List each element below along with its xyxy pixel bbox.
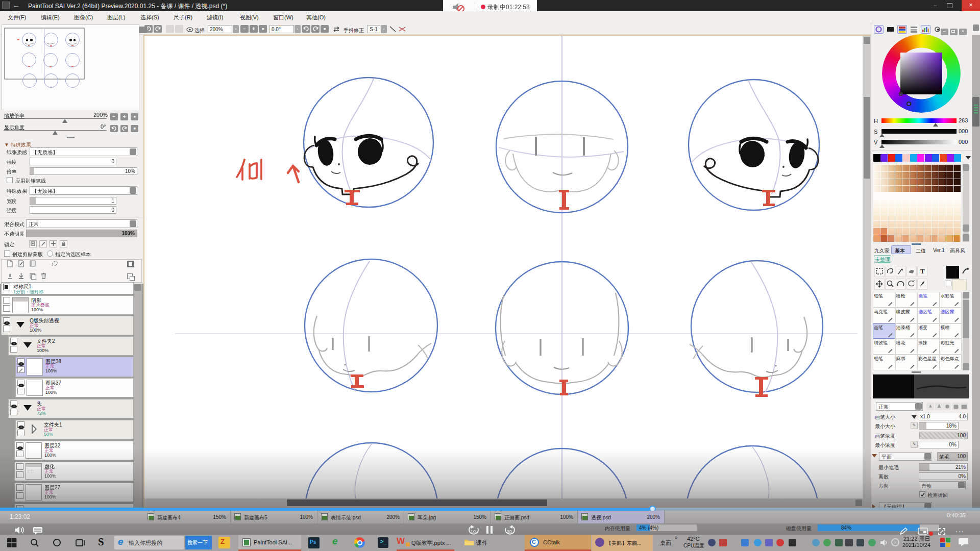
svg-text:30: 30 bbox=[507, 529, 512, 534]
svg-text:T: T bbox=[920, 267, 925, 275]
svg-text:10: 10 bbox=[471, 529, 476, 534]
